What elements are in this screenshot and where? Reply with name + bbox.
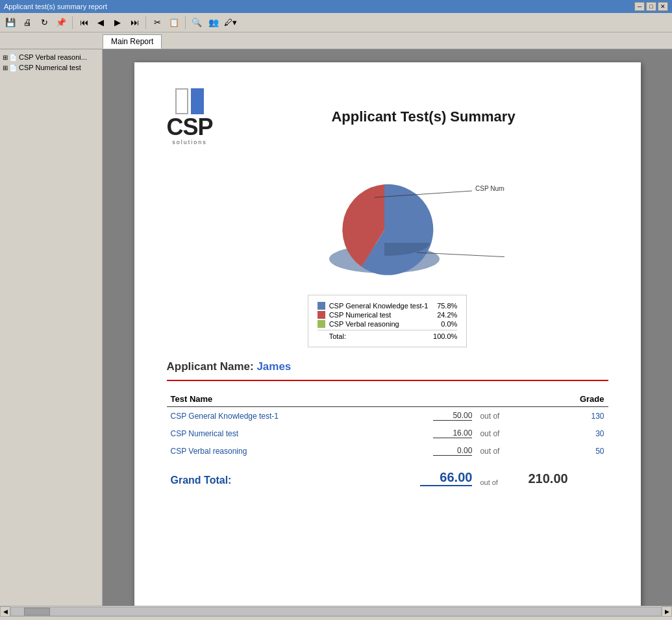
window-controls: ─ □ ✕ [634,2,668,11]
chart-area: CSP Numerical test CSP General Knowledge… [167,158,608,347]
legend-row-general: CSP General Knowledge test-1 75.8% [317,302,458,310]
scroll-left-button[interactable]: ◀ [0,606,10,617]
legend-box: CSP General Knowledge test-1 75.8% CSP N… [308,295,467,347]
legend-total-label: Total: [329,332,429,340]
legend-row-verbal: CSP Verbal reasoning 0.0% [317,320,458,328]
separator-1 [72,16,73,29]
left-panel: ⊞ 📄 CSP Verbal reasoni... ⊞ 📄 CSP Numeri… [0,49,103,606]
row2-max: 30 [524,425,608,442]
logo-boxes [175,88,204,114]
prev-page-button[interactable]: ◀ [93,15,108,31]
main-report-tab[interactable]: Main Report [103,34,162,49]
row3-score: 0.00 [371,442,476,460]
logo-sub: solutions [172,139,207,145]
users-button[interactable]: 👥 [206,15,221,31]
applicant-label: Applicant Name: [167,360,254,373]
separator-2 [145,16,146,29]
csp-logo: CSP solutions [167,88,213,145]
logo-text: CSP [167,116,213,139]
pin-button[interactable]: 📌 [53,15,69,31]
restore-button[interactable]: □ [646,2,656,11]
toggle-icon: ⊞ [3,54,8,61]
pie-chart-svg: CSP Numerical test CSP General Knowledge… [271,158,504,288]
col-header-grade: Grade [371,391,608,407]
col-header-test-name: Test Name [167,391,371,407]
legend-total-pct: 100.0% [428,332,457,340]
logo-box-right [191,88,204,114]
hscroll-thumb[interactable] [24,608,50,615]
legend-color-numerical [317,311,325,319]
legend-row-total: Total: 100.0% [317,330,458,340]
refresh-button[interactable]: ↻ [36,15,52,31]
edit-button[interactable]: 🖊▾ [223,15,238,31]
row2-outof: out of [476,425,524,442]
window-title: Applicant test(s) summary report [4,3,107,10]
row3-name: CSP Verbal reasoning [167,442,371,460]
report-title: Applicant Test(s) Summary [239,108,608,125]
pie-chart-wrapper: CSP Numerical test CSP General Knowledge… [271,158,504,288]
report-area[interactable]: CSP solutions Applicant Test(s) Summary [103,49,672,606]
table-row: CSP Numerical test 16.00 out of 30 [167,425,608,442]
toggle-icon-2: ⊞ [3,64,8,71]
row3-max: 50 [524,442,608,460]
next-page-button[interactable]: ▶ [110,15,125,31]
close-button[interactable]: ✕ [658,2,668,11]
row2-name: CSP Numerical test [167,425,371,442]
legend-pct-numerical: 24.2% [428,311,457,319]
legend-name-numerical: CSP Numerical test [329,311,429,319]
report-page: CSP solutions Applicant Test(s) Summary [134,62,641,606]
legend-name-verbal: CSP Verbal reasoning [329,320,429,328]
status-bar: Current Page No.: 1 Total Page No.: 1 Zo… [0,616,672,620]
legend-color-verbal [317,320,325,328]
table-row: CSP Verbal reasoning 0.00 out of 50 [167,442,608,460]
page-icon-2: 📄 [9,64,17,71]
grand-total-row: Grand Total: 66.00 out of 210.00 [167,460,608,490]
first-page-button[interactable]: ⏮ [76,15,92,31]
legend-name-general: CSP General Knowledge test-1 [329,302,429,310]
minimize-button[interactable]: ─ [634,2,645,11]
title-bar: Applicant test(s) summary report ─ □ ✕ [0,0,672,13]
tree-item-verbal[interactable]: ⊞ 📄 CSP Verbal reasoni... [0,52,102,62]
row3-outof: out of [476,442,524,460]
separator-3 [185,16,186,29]
legend-pct-general: 75.8% [428,302,457,310]
row1-name: CSP General Knowledge test-1 [167,407,371,425]
row1-max: 130 [524,407,608,425]
save-button[interactable]: 💾 [3,15,18,31]
legend-color-total [317,332,325,340]
scroll-right-button[interactable]: ▶ [662,606,672,617]
row2-score: 16.00 [371,425,476,442]
legend-row-numerical: CSP Numerical test 24.2% [317,311,458,319]
cut-button[interactable]: ✂ [149,15,165,31]
last-page-button[interactable]: ⏭ [127,15,142,31]
legend-color-general [317,302,325,310]
chart-label-numerical: CSP Numerical test [475,185,504,192]
legend-pct-verbal: 0.0% [428,320,457,328]
main-area: ⊞ 📄 CSP Verbal reasoni... ⊞ 📄 CSP Numeri… [0,49,672,606]
tab-area: Main Report [0,32,672,49]
table-row: CSP General Knowledge test-1 50.00 out o… [167,407,608,425]
row1-score: 50.00 [371,407,476,425]
hscroll-track[interactable] [10,607,662,616]
report-header: CSP solutions Applicant Test(s) Summary [167,88,608,145]
bottom-scrollbar[interactable]: ◀ ▶ [0,606,672,616]
grand-total-outof: out of [476,460,524,490]
grand-total-score: 66.00 [371,460,476,490]
red-divider [167,380,608,381]
applicant-name-row: Applicant Name: James [167,360,608,377]
grand-total-label: Grand Total: [167,460,371,490]
print-button[interactable]: 🖨 [19,15,35,31]
copy-button[interactable]: 📋 [166,15,182,31]
toolbar: 💾 🖨 ↻ 📌 ⏮ ◀ ▶ ⏭ ✂ 📋 🔍 👥 🖊▾ [0,13,672,32]
logo-box-left [175,88,188,114]
row1-outof: out of [476,407,524,425]
grand-total-score-value: 66.00 [420,470,472,486]
grand-total-max: 210.00 [524,460,608,490]
search-button[interactable]: 🔍 [189,15,205,31]
grade-table: Test Name Grade CSP General Knowledge te… [167,391,608,490]
applicant-name-value: James [256,360,291,373]
page-icon: 📄 [9,54,17,61]
tree-item-numerical[interactable]: ⊞ 📄 CSP Numerical test [0,62,102,73]
